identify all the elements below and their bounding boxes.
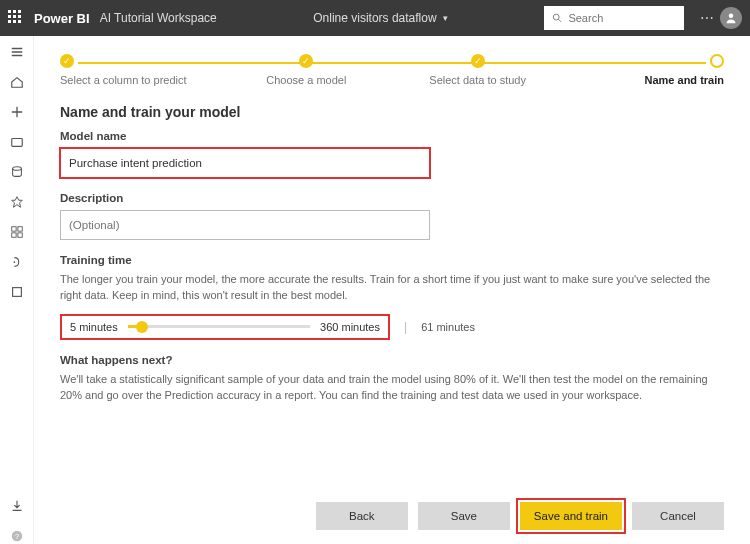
plus-icon[interactable] — [9, 104, 25, 120]
step-name-train[interactable]: Name and train — [574, 54, 724, 86]
svg-rect-3 — [11, 139, 22, 147]
workspace-name: AI Tutorial Workspace — [100, 11, 217, 25]
svg-rect-10 — [12, 288, 21, 297]
separator: | — [404, 320, 407, 334]
svg-text:?: ? — [15, 533, 19, 540]
data-hub-icon[interactable] — [9, 164, 25, 180]
svg-line-1 — [559, 19, 562, 22]
main-content: ✓ Select a column to predict ✓ Choose a … — [34, 36, 750, 544]
check-icon: ✓ — [471, 54, 485, 68]
apps-icon[interactable] — [9, 224, 25, 240]
training-time-help: The longer you train your model, the mor… — [60, 272, 724, 304]
back-button[interactable]: Back — [316, 502, 408, 530]
what-next-label: What happens next? — [60, 354, 724, 366]
search-input[interactable] — [568, 12, 676, 24]
more-options-icon[interactable]: ⋯ — [700, 10, 714, 26]
page-title: Name and train your model — [60, 104, 724, 120]
description-label: Description — [60, 192, 724, 204]
step-select-data[interactable]: ✓ Select data to study — [403, 54, 553, 86]
step-label: Select data to study — [429, 74, 526, 86]
svg-point-9 — [13, 261, 15, 263]
search-icon — [552, 12, 562, 24]
help-icon[interactable]: ? — [9, 528, 25, 544]
left-nav: ? — [0, 36, 34, 544]
learn-icon[interactable] — [9, 254, 25, 270]
user-avatar[interactable] — [720, 7, 742, 29]
slider-value: 61 minutes — [421, 321, 475, 333]
model-name-label: Model name — [60, 130, 724, 142]
search-box[interactable] — [544, 6, 684, 30]
person-icon — [725, 12, 737, 24]
app-header: Power BI AI Tutorial Workspace Online vi… — [0, 0, 750, 36]
training-time-label: Training time — [60, 254, 724, 266]
app-launcher-icon[interactable] — [8, 10, 24, 26]
training-time-slider[interactable]: 5 minutes 360 minutes — [60, 314, 390, 340]
wizard-stepper: ✓ Select a column to predict ✓ Choose a … — [60, 54, 724, 94]
chevron-down-icon: ▾ — [443, 13, 448, 23]
svg-rect-8 — [17, 233, 21, 237]
workspaces-icon[interactable] — [9, 284, 25, 300]
wizard-footer: Back Save Save and train Cancel — [316, 502, 724, 530]
model-name-input[interactable] — [60, 148, 430, 178]
svg-rect-7 — [11, 233, 15, 237]
step-select-column[interactable]: ✓ Select a column to predict — [60, 54, 210, 86]
cancel-button[interactable]: Cancel — [632, 502, 724, 530]
home-icon[interactable] — [9, 74, 25, 90]
svg-point-0 — [553, 14, 559, 20]
description-input[interactable] — [60, 210, 430, 240]
slider-thumb[interactable] — [136, 321, 148, 333]
save-button[interactable]: Save — [418, 502, 510, 530]
save-and-train-button[interactable]: Save and train — [520, 502, 622, 530]
svg-rect-6 — [17, 227, 21, 231]
svg-point-2 — [729, 14, 734, 19]
step-label: Choose a model — [266, 74, 346, 86]
menu-icon[interactable] — [9, 44, 25, 60]
download-icon[interactable] — [9, 498, 25, 514]
svg-point-4 — [12, 167, 21, 171]
dataflow-name: Online visitors dataflow — [313, 11, 436, 25]
browse-icon[interactable] — [9, 134, 25, 150]
step-label: Name and train — [645, 74, 724, 86]
metrics-icon[interactable] — [9, 194, 25, 210]
what-next-body: We'll take a statistically significant s… — [60, 372, 724, 404]
step-current-icon — [710, 54, 724, 68]
dataflow-dropdown[interactable]: Online visitors dataflow ▾ — [217, 11, 544, 25]
brand-label: Power BI — [34, 11, 90, 26]
step-label: Select a column to predict — [60, 74, 187, 86]
slider-min-label: 5 minutes — [70, 321, 118, 333]
svg-rect-5 — [11, 227, 15, 231]
slider-track[interactable] — [128, 325, 310, 328]
slider-max-label: 360 minutes — [320, 321, 380, 333]
check-icon: ✓ — [299, 54, 313, 68]
check-icon: ✓ — [60, 54, 74, 68]
step-choose-model[interactable]: ✓ Choose a model — [231, 54, 381, 86]
